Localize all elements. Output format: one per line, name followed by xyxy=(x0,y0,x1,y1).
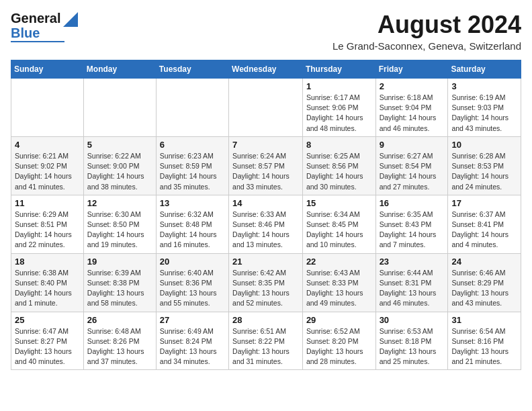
day-number: 11 xyxy=(15,198,80,208)
calendar-cell: 27Sunrise: 6:49 AM Sunset: 8:24 PM Dayli… xyxy=(156,312,228,370)
logo-underline xyxy=(11,41,64,42)
calendar-cell: 11Sunrise: 6:29 AM Sunset: 8:51 PM Dayli… xyxy=(11,195,84,253)
day-number: 7 xyxy=(232,140,299,150)
day-number: 2 xyxy=(380,81,445,91)
day-info: Sunrise: 6:39 AM Sunset: 8:38 PM Dayligh… xyxy=(87,268,152,309)
calendar-cell: 6Sunrise: 6:23 AM Sunset: 8:59 PM Daylig… xyxy=(156,136,228,195)
day-info: Sunrise: 6:25 AM Sunset: 8:56 PM Dayligh… xyxy=(306,151,372,192)
col-header-tuesday: Tuesday xyxy=(156,60,228,79)
day-info: Sunrise: 6:32 AM Sunset: 8:48 PM Dayligh… xyxy=(160,210,225,250)
day-number: 6 xyxy=(160,140,225,150)
day-info: Sunrise: 6:24 AM Sunset: 8:57 PM Dayligh… xyxy=(232,151,299,192)
logo-blue: Blue xyxy=(11,26,60,40)
day-number: 14 xyxy=(232,198,299,208)
day-number: 5 xyxy=(87,140,152,150)
day-number: 12 xyxy=(87,198,152,208)
day-number: 3 xyxy=(451,81,517,91)
calendar-cell: 7Sunrise: 6:24 AM Sunset: 8:57 PM Daylig… xyxy=(229,136,303,195)
day-info: Sunrise: 6:52 AM Sunset: 8:20 PM Dayligh… xyxy=(306,326,372,367)
calendar-cell: 16Sunrise: 6:35 AM Sunset: 8:43 PM Dayli… xyxy=(375,195,448,253)
calendar-cell: 19Sunrise: 6:39 AM Sunset: 8:38 PM Dayli… xyxy=(83,253,156,312)
calendar-cell: 23Sunrise: 6:44 AM Sunset: 8:31 PM Dayli… xyxy=(375,253,448,312)
day-number: 16 xyxy=(380,198,445,208)
calendar-cell: 30Sunrise: 6:53 AM Sunset: 8:18 PM Dayli… xyxy=(375,312,448,370)
day-number: 25 xyxy=(15,315,80,325)
day-number: 23 xyxy=(380,257,445,267)
day-number: 19 xyxy=(87,257,152,267)
day-info: Sunrise: 6:19 AM Sunset: 9:03 PM Dayligh… xyxy=(451,93,517,134)
day-info: Sunrise: 6:38 AM Sunset: 8:40 PM Dayligh… xyxy=(15,268,80,309)
day-number: 4 xyxy=(15,140,80,150)
calendar-cell: 15Sunrise: 6:34 AM Sunset: 8:45 PM Dayli… xyxy=(302,195,375,253)
day-info: Sunrise: 6:48 AM Sunset: 8:26 PM Dayligh… xyxy=(87,326,152,367)
calendar-cell: 13Sunrise: 6:32 AM Sunset: 8:48 PM Dayli… xyxy=(156,195,228,253)
calendar-cell: 2Sunrise: 6:18 AM Sunset: 9:04 PM Daylig… xyxy=(375,79,448,137)
day-number: 27 xyxy=(160,315,225,325)
day-number: 15 xyxy=(306,198,372,208)
day-number: 29 xyxy=(306,315,372,325)
day-info: Sunrise: 6:34 AM Sunset: 8:45 PM Dayligh… xyxy=(306,210,372,250)
calendar-cell xyxy=(229,79,303,137)
calendar-cell: 31Sunrise: 6:54 AM Sunset: 8:16 PM Dayli… xyxy=(448,312,521,370)
day-info: Sunrise: 6:30 AM Sunset: 8:50 PM Dayligh… xyxy=(87,210,152,250)
calendar-cell: 17Sunrise: 6:37 AM Sunset: 8:41 PM Dayli… xyxy=(448,195,521,253)
logo-general: General xyxy=(11,11,60,26)
day-info: Sunrise: 6:43 AM Sunset: 8:33 PM Dayligh… xyxy=(306,268,372,309)
day-number: 26 xyxy=(87,315,152,325)
calendar-cell: 22Sunrise: 6:43 AM Sunset: 8:33 PM Dayli… xyxy=(302,253,375,312)
day-info: Sunrise: 6:21 AM Sunset: 9:02 PM Dayligh… xyxy=(15,151,80,192)
title-block: August 2024 Le Grand-Saconnex, Geneva, S… xyxy=(332,11,521,52)
day-number: 17 xyxy=(451,198,517,208)
col-header-thursday: Thursday xyxy=(302,60,375,79)
calendar-cell xyxy=(156,79,228,137)
day-info: Sunrise: 6:22 AM Sunset: 9:00 PM Dayligh… xyxy=(87,151,152,192)
calendar-cell: 29Sunrise: 6:52 AM Sunset: 8:20 PM Dayli… xyxy=(302,312,375,370)
day-number: 24 xyxy=(451,257,517,267)
calendar-cell: 26Sunrise: 6:48 AM Sunset: 8:26 PM Dayli… xyxy=(83,312,156,370)
day-number: 28 xyxy=(232,315,299,325)
col-header-sunday: Sunday xyxy=(11,60,84,79)
calendar-cell: 18Sunrise: 6:38 AM Sunset: 8:40 PM Dayli… xyxy=(11,253,84,312)
calendar-cell: 25Sunrise: 6:47 AM Sunset: 8:27 PM Dayli… xyxy=(11,312,84,370)
calendar-cell: 12Sunrise: 6:30 AM Sunset: 8:50 PM Dayli… xyxy=(83,195,156,253)
calendar-cell xyxy=(11,79,84,137)
day-info: Sunrise: 6:46 AM Sunset: 8:29 PM Dayligh… xyxy=(451,268,517,309)
day-info: Sunrise: 6:54 AM Sunset: 8:16 PM Dayligh… xyxy=(451,326,517,367)
day-info: Sunrise: 6:49 AM Sunset: 8:24 PM Dayligh… xyxy=(160,326,225,367)
calendar-cell: 8Sunrise: 6:25 AM Sunset: 8:56 PM Daylig… xyxy=(302,136,375,195)
calendar-cell: 4Sunrise: 6:21 AM Sunset: 9:02 PM Daylig… xyxy=(11,136,84,195)
day-number: 20 xyxy=(160,257,225,267)
day-info: Sunrise: 6:44 AM Sunset: 8:31 PM Dayligh… xyxy=(380,268,445,309)
calendar-cell xyxy=(83,79,156,137)
calendar-cell: 14Sunrise: 6:33 AM Sunset: 8:46 PM Dayli… xyxy=(229,195,303,253)
day-info: Sunrise: 6:27 AM Sunset: 8:54 PM Dayligh… xyxy=(380,151,445,192)
col-header-wednesday: Wednesday xyxy=(229,60,303,79)
day-info: Sunrise: 6:28 AM Sunset: 8:53 PM Dayligh… xyxy=(451,151,517,192)
logo-arrow-icon xyxy=(63,12,78,27)
logo: General Blue xyxy=(11,11,78,42)
day-number: 13 xyxy=(160,198,225,208)
day-number: 22 xyxy=(306,257,372,267)
day-number: 21 xyxy=(232,257,299,267)
day-number: 8 xyxy=(306,140,372,150)
month-year-title: August 2024 xyxy=(332,11,521,39)
calendar-cell: 21Sunrise: 6:42 AM Sunset: 8:35 PM Dayli… xyxy=(229,253,303,312)
calendar-table: SundayMondayTuesdayWednesdayThursdayFrid… xyxy=(11,60,521,370)
day-info: Sunrise: 6:51 AM Sunset: 8:22 PM Dayligh… xyxy=(232,326,299,367)
calendar-cell: 3Sunrise: 6:19 AM Sunset: 9:03 PM Daylig… xyxy=(448,79,521,137)
day-number: 1 xyxy=(306,81,372,91)
col-header-monday: Monday xyxy=(83,60,156,79)
day-info: Sunrise: 6:18 AM Sunset: 9:04 PM Dayligh… xyxy=(380,93,445,134)
col-header-saturday: Saturday xyxy=(448,60,521,79)
location-subtitle: Le Grand-Saconnex, Geneva, Switzerland xyxy=(332,40,521,52)
day-info: Sunrise: 6:37 AM Sunset: 8:41 PM Dayligh… xyxy=(451,210,517,250)
day-info: Sunrise: 6:42 AM Sunset: 8:35 PM Dayligh… xyxy=(232,268,299,309)
calendar-cell: 24Sunrise: 6:46 AM Sunset: 8:29 PM Dayli… xyxy=(448,253,521,312)
day-number: 9 xyxy=(380,140,445,150)
day-number: 18 xyxy=(15,257,80,267)
day-info: Sunrise: 6:29 AM Sunset: 8:51 PM Dayligh… xyxy=(15,210,80,250)
day-number: 30 xyxy=(380,315,445,325)
day-info: Sunrise: 6:23 AM Sunset: 8:59 PM Dayligh… xyxy=(160,151,225,192)
calendar-cell: 28Sunrise: 6:51 AM Sunset: 8:22 PM Dayli… xyxy=(229,312,303,370)
day-info: Sunrise: 6:40 AM Sunset: 8:36 PM Dayligh… xyxy=(160,268,225,309)
